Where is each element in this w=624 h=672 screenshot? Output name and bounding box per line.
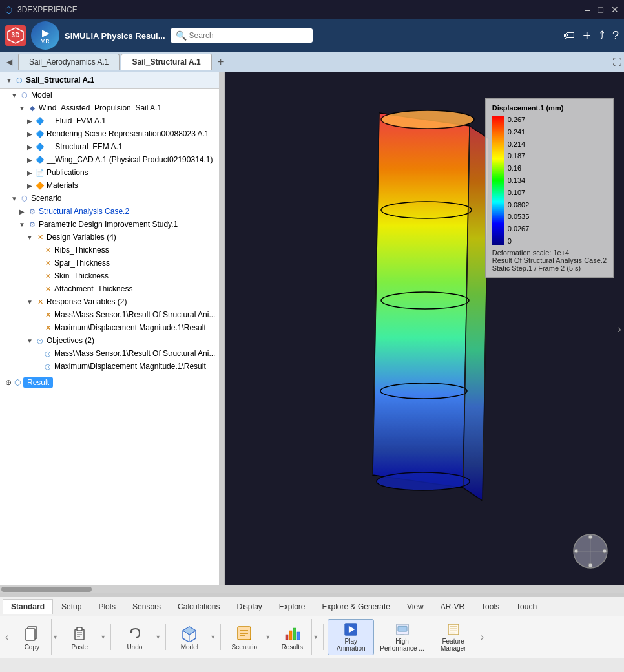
paste-icon bbox=[70, 624, 88, 642]
tree-root-icon: ⬡ bbox=[14, 75, 25, 85]
results-dropdown[interactable]: ▼ bbox=[311, 619, 319, 655]
tab-standard[interactable]: Standard bbox=[3, 599, 53, 614]
materials-expand-icon[interactable]: ▶ bbox=[26, 182, 34, 189]
tree-item-scenario[interactable]: ▼ ⬡ Scenario bbox=[0, 192, 219, 205]
title-bar-controls: – □ ✕ bbox=[585, 5, 619, 15]
objectives-expand-icon[interactable]: ▼ bbox=[26, 337, 34, 344]
tree-item-disp-obj[interactable]: ▶ ◎ Maximum\Displacement Magnitude.1\Res… bbox=[0, 360, 219, 373]
tree-item-structural-analysis[interactable]: ▶ ⚙ Structural Analysis Case.2 bbox=[0, 205, 219, 218]
tab-structural[interactable]: Sail_Structural A.1 bbox=[121, 54, 211, 70]
add-icon[interactable]: + bbox=[583, 27, 591, 44]
rendering-icon: 🔷 bbox=[35, 129, 45, 139]
tab-calculations[interactable]: Calculations bbox=[169, 599, 228, 614]
wind-sail-expand-icon[interactable]: ▼ bbox=[18, 104, 26, 112]
wing-cad-expand-icon[interactable]: ▶ bbox=[26, 156, 34, 163]
paste-button[interactable]: Paste bbox=[60, 619, 99, 655]
tree-item-spar[interactable]: ▶ ✕ Spar_Thickness bbox=[0, 257, 219, 269]
copy-icon bbox=[23, 624, 41, 642]
tab-tools[interactable]: Tools bbox=[473, 599, 508, 614]
toolbar-scroll-left[interactable]: ‹ bbox=[5, 631, 8, 643]
bookmark-icon[interactable]: 🏷 bbox=[563, 29, 575, 43]
copy-button[interactable]: Copy bbox=[12, 619, 51, 655]
tab-explore-generate[interactable]: Explore & Generate bbox=[314, 599, 399, 614]
model-expand-icon[interactable]: ▼ bbox=[10, 91, 18, 99]
model-button[interactable]: Model bbox=[170, 619, 209, 655]
tree-item-parametric[interactable]: ▼ ⚙ Parametric Design Improvement Study.… bbox=[0, 218, 219, 231]
tree-item-mass-resp[interactable]: ▶ ✕ Mass\Mass Sensor.1\Result Of Structu… bbox=[0, 308, 219, 321]
tree-item-structural-fem[interactable]: ▶ 🔷 __Structural_FEM A.1 bbox=[0, 140, 219, 153]
minimize-button[interactable]: – bbox=[585, 5, 590, 15]
structural-analysis-label: Structural Analysis Case.2 bbox=[39, 207, 129, 216]
maximize-view-icon[interactable]: ⛶ bbox=[612, 57, 621, 67]
tree-item-attachment[interactable]: ▶ ✕ Attachment_Thickness bbox=[0, 282, 219, 295]
toolbar-scroll-right[interactable]: › bbox=[481, 631, 484, 643]
scenario-expand-icon[interactable]: ▼ bbox=[10, 194, 18, 202]
spar-label: Spar_Thickness bbox=[54, 258, 110, 268]
close-button[interactable]: ✕ bbox=[611, 5, 619, 15]
tab-ar-vr[interactable]: AR-VR bbox=[432, 599, 473, 614]
tree-item-rendering[interactable]: ▶ 🔷 Rendering Scene Representation000880… bbox=[0, 127, 219, 140]
tree-item-ribs[interactable]: ▶ ✕ Ribs_Thickness bbox=[0, 244, 219, 257]
paste-dropdown[interactable]: ▼ bbox=[99, 619, 107, 655]
tab-touch[interactable]: Touch bbox=[508, 599, 545, 614]
tree-item-objectives[interactable]: ▼ ◎ Objectives (2) bbox=[0, 334, 219, 347]
structural-analysis-expand-icon[interactable]: ▶ bbox=[18, 207, 26, 215]
tree-item-result[interactable]: Result bbox=[23, 377, 53, 388]
tab-plots[interactable]: Plots bbox=[90, 599, 124, 614]
undo-button[interactable]: Undo bbox=[115, 619, 154, 655]
share-icon[interactable]: ⤴ bbox=[599, 29, 605, 43]
vertical-resize-handle[interactable] bbox=[220, 72, 225, 585]
publications-expand-icon[interactable]: ▶ bbox=[26, 169, 34, 176]
horizontal-scrollbar[interactable] bbox=[0, 585, 624, 593]
scenario-button[interactable]: Scenario bbox=[225, 619, 264, 655]
undo-dropdown[interactable]: ▼ bbox=[154, 619, 161, 655]
tree-item-skin[interactable]: ▶ ✕ Skin_Thickness bbox=[0, 269, 219, 282]
tree-item-model[interactable]: ▼ ⬡ Model bbox=[0, 89, 219, 101]
search-box[interactable]: 🔍 bbox=[171, 28, 313, 43]
tab-add-button[interactable]: + bbox=[213, 54, 229, 70]
results-button[interactable]: Results bbox=[273, 619, 311, 655]
add-result-icon[interactable]: ⊕ bbox=[5, 378, 12, 387]
rendering-expand-icon[interactable]: ▶ bbox=[26, 130, 34, 138]
structural-fem-expand-icon[interactable]: ▶ bbox=[26, 143, 34, 151]
high-performance-button[interactable]: HighPerformance ... bbox=[375, 619, 428, 655]
tree-root-expand[interactable]: ▼ bbox=[5, 76, 13, 84]
scrollbar-thumb[interactable] bbox=[1, 587, 92, 592]
help-icon[interactable]: ? bbox=[612, 29, 619, 43]
parametric-expand-icon[interactable]: ▼ bbox=[18, 220, 26, 228]
tree-item-fluid[interactable]: ▶ 🔷 __Fluid_FVM A.1 bbox=[0, 114, 219, 127]
tree-item-design-vars[interactable]: ▼ ✕ Design Variables (4) bbox=[0, 231, 219, 244]
play-animation-label: PlayAnimation bbox=[337, 638, 365, 652]
tree-item-wind-sail[interactable]: ▼ ◆ Wind_Assisted_Propulsion_Sail A.1 bbox=[0, 101, 219, 114]
tree-header: ▼ ⬡ Sail_Structural A.1 bbox=[0, 72, 219, 89]
play-animation-button[interactable]: PlayAnimation bbox=[328, 619, 374, 655]
design-vars-expand-icon[interactable]: ▼ bbox=[26, 233, 34, 241]
copy-dropdown[interactable]: ▼ bbox=[51, 619, 59, 655]
viewport[interactable]: Displacement.1 (mm) 0.267 0.241 0.214 0.… bbox=[225, 72, 624, 585]
tree-item-wing-cad[interactable]: ▶ 🔷 __Wing_CAD A.1 (Physical Product0219… bbox=[0, 153, 219, 166]
tab-explore[interactable]: Explore bbox=[271, 599, 314, 614]
color-bar: 0.267 0.241 0.214 0.187 0.16 0.134 0.107… bbox=[492, 116, 607, 245]
model-dropdown[interactable]: ▼ bbox=[209, 619, 216, 655]
feature-manager-button[interactable]: FeatureManager bbox=[430, 619, 477, 655]
tab-view[interactable]: View bbox=[399, 599, 432, 614]
tab-aerodynamics[interactable]: Sail_Aerodynamics A.1 bbox=[18, 54, 120, 70]
tree-item-publications[interactable]: ▶ 📄 Publications bbox=[0, 166, 219, 179]
navigation-widget[interactable] bbox=[572, 533, 611, 572]
tree-item-materials[interactable]: ▶ 🔶 Materials bbox=[0, 179, 219, 192]
tree-item-disp-resp[interactable]: ▶ ✕ Maximum\Displacement Magnitude.1\Res… bbox=[0, 321, 219, 334]
scenario-dropdown[interactable]: ▼ bbox=[264, 619, 271, 655]
search-input[interactable] bbox=[189, 31, 299, 40]
fluid-expand-icon[interactable]: ▶ bbox=[26, 117, 34, 125]
publications-icon: 📄 bbox=[35, 167, 45, 178]
tab-sensors[interactable]: Sensors bbox=[124, 599, 169, 614]
tree-item-response-vars[interactable]: ▼ ✕ Response Variables (2) bbox=[0, 295, 219, 308]
tree-item-mass-obj[interactable]: ▶ ◎ Mass\Mass Sensor.1\Result Of Structu… bbox=[0, 347, 219, 360]
response-vars-expand-icon[interactable]: ▼ bbox=[26, 298, 34, 306]
scroll-arrow-right[interactable]: › bbox=[618, 322, 621, 335]
deformation-scale: Deformation scale: 1e+4 bbox=[492, 249, 607, 257]
collapse-button[interactable]: ◀ bbox=[3, 54, 16, 70]
maximize-button[interactable]: □ bbox=[598, 5, 603, 15]
tab-setup[interactable]: Setup bbox=[53, 599, 90, 614]
tab-display[interactable]: Display bbox=[228, 599, 270, 614]
